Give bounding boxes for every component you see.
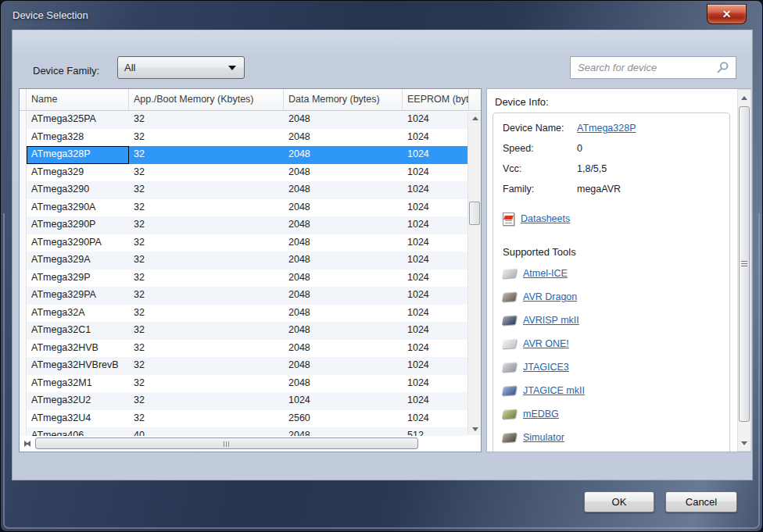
tool-row: JTAGICE3 — [503, 355, 729, 379]
tool-link[interactable]: AVR Dragon — [523, 291, 577, 302]
table-horizontal-scrollbar[interactable] — [20, 436, 481, 452]
cell-app-boot-memory: 32 — [129, 305, 284, 323]
cell-app-boot-memory: 32 — [129, 375, 284, 393]
tool-link[interactable]: Simulator — [523, 432, 564, 443]
cell-app-boot-memory: 40 — [129, 427, 284, 436]
table-row[interactable]: ATmega328P3220481024 — [20, 146, 467, 164]
table-row[interactable]: ATmega3290A3220481024 — [20, 199, 467, 217]
cell-eeprom: 1024 — [403, 410, 467, 428]
cell-name: ATmega3290 — [27, 181, 129, 199]
cell-name: ATmega325PA — [27, 111, 129, 129]
table-row[interactable]: ATmega406402048512 — [20, 427, 467, 436]
table-row[interactable]: ATmega329P3220481024 — [20, 270, 467, 287]
table-row[interactable]: ATmega32C13220481024 — [20, 322, 467, 340]
cell-eeprom: 1024 — [403, 146, 467, 164]
device-family-dropdown[interactable]: All — [117, 56, 245, 79]
cell-app-boot-memory: 32 — [129, 181, 284, 199]
cell-eeprom: 1024 — [403, 199, 467, 217]
tool-link[interactable]: AVR ONE! — [523, 338, 569, 349]
titlebar[interactable]: Device Selection ✕ — [1, 1, 762, 30]
horizontal-scroll-thumb[interactable] — [35, 437, 418, 449]
cell-data-memory: 2048 — [284, 234, 403, 252]
cell-eeprom: 1024 — [403, 252, 467, 270]
row-header — [20, 146, 27, 164]
vcc-value: 1,8/5,5 — [577, 163, 607, 174]
tool-link[interactable]: mEDBG — [523, 409, 559, 420]
close-button[interactable]: ✕ — [707, 4, 747, 24]
cell-data-memory: 2560 — [284, 410, 403, 428]
cell-eeprom: 1024 — [403, 129, 467, 147]
table-row[interactable]: ATmega32HVB3220481024 — [20, 340, 467, 358]
table-row[interactable]: ATmega3290PA3220481024 — [20, 234, 467, 252]
vertical-scroll-thumb[interactable] — [469, 202, 480, 225]
table-row[interactable]: ATmega329A3220481024 — [20, 252, 467, 270]
cell-data-memory: 2048 — [284, 146, 403, 164]
triangle-up-icon — [741, 96, 747, 100]
triangle-right-icon — [24, 441, 28, 447]
simulator-icon — [502, 432, 517, 442]
table-row[interactable]: ATmega329PA3220481024 — [20, 287, 467, 305]
table-row[interactable]: ATmega32U43225601024 — [20, 410, 467, 428]
tool-link[interactable]: Atmel-ICE — [523, 268, 568, 279]
cancel-button[interactable]: Cancel — [665, 491, 737, 512]
avr-one-icon — [502, 338, 517, 348]
scroll-down-button[interactable] — [468, 423, 482, 435]
scroll-up-button[interactable] — [468, 112, 482, 124]
table-row[interactable]: ATmega3283220481024 — [20, 129, 467, 147]
table-row[interactable]: ATmega32A3220481024 — [20, 305, 467, 323]
tool-link[interactable]: AVRISP mkII — [523, 315, 579, 326]
cell-data-memory: 2048 — [284, 199, 403, 217]
search-input[interactable] — [571, 62, 716, 73]
column-header-name[interactable]: Name — [27, 89, 129, 110]
window-title: Device Selection — [13, 9, 88, 21]
scroll-right-button[interactable] — [20, 437, 32, 450]
cell-data-memory: 2048 — [284, 322, 403, 340]
panel-scroll-thumb[interactable] — [739, 106, 750, 422]
tool-row: AVR Dragon — [503, 285, 729, 309]
tool-link[interactable]: JTAGICE mkII — [523, 385, 585, 396]
cell-name: ATmega329PA — [27, 287, 129, 305]
panel-vertical-scrollbar[interactable] — [737, 89, 751, 452]
panel-scroll-up-button[interactable] — [738, 91, 750, 104]
avr-dragon-icon — [502, 291, 517, 302]
device-name-link[interactable]: ATmega328P — [577, 123, 636, 134]
row-header — [20, 181, 27, 199]
table-row[interactable]: ATmega325PA3220481024 — [20, 111, 467, 129]
tool-row: STK500 — [503, 449, 729, 452]
table-vertical-scrollbar[interactable] — [467, 112, 481, 435]
cell-app-boot-memory: 32 — [129, 164, 284, 182]
table-row[interactable]: ATmega3290P3220481024 — [20, 216, 467, 234]
cell-eeprom: 1024 — [403, 181, 467, 199]
table-row[interactable]: ATmega32HVBrevB3220481024 — [20, 357, 467, 375]
column-header-datamem[interactable]: Data Memory (bytes) — [284, 89, 403, 110]
tool-link[interactable]: JTAGICE3 — [523, 362, 569, 373]
cell-data-memory: 2048 — [284, 357, 403, 375]
column-header-eeprom[interactable]: EEPROM (bytes) — [403, 89, 469, 110]
search-box — [570, 56, 736, 79]
table-row[interactable]: ATmega32U23210241024 — [20, 392, 467, 410]
table-row[interactable]: ATmega3293220481024 — [20, 164, 467, 182]
column-header-appboot[interactable]: App./Boot Memory (Kbytes) — [129, 89, 284, 110]
row-header — [20, 340, 27, 358]
supported-tools-title: Supported Tools — [503, 246, 729, 262]
row-header — [20, 357, 27, 375]
speed-row: Speed: 0 — [503, 143, 729, 163]
row-header — [20, 270, 27, 287]
table-row[interactable]: ATmega32M13220481024 — [20, 375, 467, 393]
cell-app-boot-memory: 32 — [129, 270, 284, 287]
cell-eeprom: 1024 — [403, 340, 467, 358]
datasheets-link[interactable]: Datasheets — [521, 213, 570, 224]
tool-row: AVRISP mkII — [503, 309, 729, 332]
pdf-icon — [503, 212, 514, 226]
table-row[interactable]: ATmega32903220481024 — [20, 181, 467, 199]
dialog-footer: OK Cancel — [1, 479, 762, 531]
search-icon — [716, 61, 729, 74]
cell-app-boot-memory: 32 — [129, 146, 284, 164]
cell-eeprom: 1024 — [403, 357, 467, 375]
ok-button[interactable]: OK — [584, 491, 654, 512]
panel-scroll-down-button[interactable] — [738, 437, 750, 449]
tool-row: JTAGICE mkII — [503, 379, 729, 402]
tool-row: Atmel-ICE — [503, 262, 729, 285]
tool-row: mEDBG — [503, 402, 729, 426]
atmel-ice-icon — [502, 268, 517, 278]
